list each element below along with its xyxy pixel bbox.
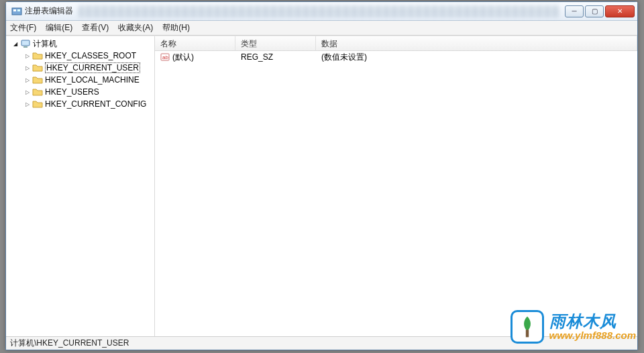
tree-label: HKEY_USERS bbox=[45, 87, 99, 97]
tree-label: HKEY_LOCAL_MACHINE bbox=[45, 75, 140, 85]
menu-help[interactable]: 帮助(H) bbox=[162, 22, 190, 34]
tree-node-hive[interactable]: ▷HKEY_CURRENT_CONFIG bbox=[10, 98, 154, 110]
value-name: (默认) bbox=[172, 52, 194, 63]
folder-icon bbox=[32, 74, 43, 85]
status-path: 计算机\HKEY_CURRENT_USER bbox=[10, 338, 129, 349]
expander-open-icon[interactable]: ◢ bbox=[11, 40, 19, 48]
menu-file[interactable]: 文件(F) bbox=[10, 22, 36, 34]
list-header: 名称 类型 数据 bbox=[155, 36, 637, 51]
titlebar[interactable]: 注册表编辑器 ─ ▢ ✕ bbox=[6, 2, 637, 21]
window-controls: ─ ▢ ✕ bbox=[565, 5, 635, 17]
maximize-button[interactable]: ▢ bbox=[585, 5, 604, 17]
folder-icon bbox=[32, 87, 43, 97]
cell-name: ab(默认) bbox=[155, 52, 235, 63]
svg-rect-3 bbox=[21, 40, 30, 46]
cell-type: REG_SZ bbox=[235, 52, 316, 62]
titlebar-blur bbox=[78, 5, 559, 17]
menu-favorites[interactable]: 收藏夹(A) bbox=[118, 22, 153, 34]
tree-node-computer[interactable]: ◢ 计算机 bbox=[10, 38, 154, 50]
list-row[interactable]: ab(默认)REG_SZ(数值未设置) bbox=[155, 51, 637, 63]
tree-pane[interactable]: ◢ 计算机 ▷HKEY_CLASSES_ROOT▷HKEY_CURRENT_US… bbox=[6, 36, 155, 336]
menu-view[interactable]: 查看(V) bbox=[82, 22, 109, 34]
tree-label: HKEY_CURRENT_CONFIG bbox=[45, 99, 146, 109]
tree-node-hive[interactable]: ▷HKEY_USERS bbox=[10, 86, 154, 98]
svg-rect-2 bbox=[17, 9, 20, 11]
column-name[interactable]: 名称 bbox=[155, 36, 235, 50]
expander-closed-icon[interactable]: ▷ bbox=[23, 77, 31, 84]
tree-root: ◢ 计算机 ▷HKEY_CLASSES_ROOT▷HKEY_CURRENT_US… bbox=[6, 38, 154, 110]
list-pane: 名称 类型 数据 ab(默认)REG_SZ(数值未设置) bbox=[155, 36, 637, 336]
string-value-icon: ab bbox=[160, 52, 170, 62]
menubar: 文件(F) 编辑(E) 查看(V) 收藏夹(A) 帮助(H) bbox=[6, 21, 637, 36]
app-icon bbox=[11, 6, 22, 17]
expander-closed-icon[interactable]: ▷ bbox=[23, 101, 31, 108]
column-data[interactable]: 数据 bbox=[316, 36, 637, 50]
folder-icon bbox=[32, 62, 43, 73]
menu-edit[interactable]: 编辑(E) bbox=[46, 22, 72, 34]
registry-editor-window: 注册表编辑器 ─ ▢ ✕ 文件(F) 编辑(E) 查看(V) 收藏夹(A) 帮助… bbox=[5, 1, 638, 350]
close-button[interactable]: ✕ bbox=[605, 5, 635, 17]
tree-node-hive[interactable]: ▷HKEY_CURRENT_USER bbox=[10, 62, 154, 74]
statusbar: 计算机\HKEY_CURRENT_USER bbox=[6, 336, 637, 350]
window-title: 注册表编辑器 bbox=[25, 5, 73, 17]
svg-rect-1 bbox=[13, 9, 16, 11]
tree-node-hive[interactable]: ▷HKEY_CLASSES_ROOT bbox=[10, 50, 154, 62]
minimize-button[interactable]: ─ bbox=[565, 5, 584, 17]
expander-closed-icon[interactable]: ▷ bbox=[23, 52, 31, 60]
tree-label: HKEY_CURRENT_USER bbox=[45, 62, 140, 73]
expander-closed-icon[interactable]: ▷ bbox=[23, 89, 31, 96]
list-body[interactable]: ab(默认)REG_SZ(数值未设置) bbox=[155, 51, 637, 336]
tree-label: 计算机 bbox=[33, 38, 57, 50]
folder-icon bbox=[32, 50, 43, 61]
expander-closed-icon[interactable]: ▷ bbox=[23, 64, 31, 72]
content-area: ◢ 计算机 ▷HKEY_CLASSES_ROOT▷HKEY_CURRENT_US… bbox=[6, 36, 637, 336]
column-type[interactable]: 类型 bbox=[235, 36, 316, 50]
tree-node-hive[interactable]: ▷HKEY_LOCAL_MACHINE bbox=[10, 74, 154, 86]
folder-icon bbox=[32, 99, 43, 109]
computer-icon bbox=[20, 38, 31, 49]
svg-rect-4 bbox=[23, 46, 28, 48]
cell-data: (数值未设置) bbox=[316, 52, 637, 63]
tree-label: HKEY_CLASSES_ROOT bbox=[45, 51, 136, 60]
svg-text:ab: ab bbox=[162, 54, 168, 60]
